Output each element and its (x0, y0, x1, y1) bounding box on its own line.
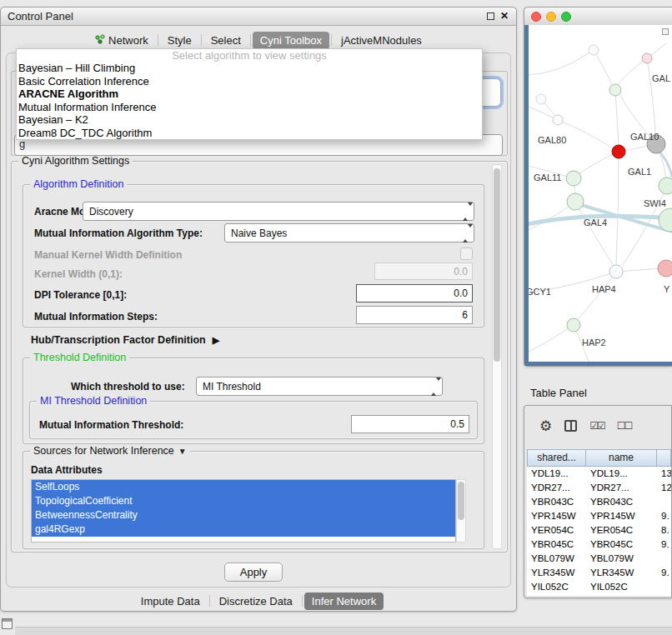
table-row[interactable]: YER054CYER054C8. (527, 523, 671, 538)
tab-select[interactable]: Select (203, 32, 248, 49)
network-node[interactable] (536, 94, 546, 104)
tab-separator (158, 34, 158, 46)
collapsed-panel-icon[interactable] (2, 618, 13, 629)
aracne-mode-value: Discovery (89, 206, 133, 218)
close-traffic-light-icon[interactable] (531, 12, 541, 22)
table-cell: 9. (657, 538, 671, 552)
network-node[interactable] (612, 145, 625, 158)
menu-item-aracne-algorithm[interactable]: ARACNE Algorithm (17, 88, 482, 101)
network-node[interactable] (567, 318, 580, 332)
table-row[interactable]: YIL052CYIL052C (527, 580, 671, 594)
network-node[interactable] (609, 84, 621, 96)
attribute-item-gal4rgexp[interactable]: gal4RGexp (32, 522, 455, 537)
tab-cyni-toolbox[interactable]: Cyni Toolbox (253, 32, 329, 49)
zoom-traffic-light-icon[interactable] (561, 12, 571, 22)
network-node[interactable] (642, 53, 652, 63)
tab-impute-data[interactable]: Impute Data (133, 592, 208, 610)
collapse-down-icon[interactable]: ▼ (178, 447, 187, 456)
network-node[interactable] (658, 260, 672, 277)
tab-infer-network[interactable]: Infer Network (304, 592, 384, 610)
which-threshold-value: MI Threshold (203, 381, 261, 392)
table-cell: YLR345W (586, 566, 657, 580)
network-node[interactable] (589, 45, 599, 55)
table-cell: YBR043C (586, 495, 657, 509)
mi-type-select[interactable]: Naive Bayes (224, 223, 474, 242)
table-cell: 8. (657, 523, 671, 538)
table-cell: YPR145W (586, 509, 657, 523)
control-panel-titlebar[interactable]: Control Panel ✕ (1, 8, 516, 26)
table-cell: YBL079W (586, 552, 657, 566)
network-node[interactable] (659, 178, 672, 194)
table-row[interactable]: YBR043CYBR043C (527, 495, 671, 509)
table-panel-window: ⚙ ☑☑ ☐☐ shared...name YDL19...YDL19...13… (524, 405, 672, 598)
menu-item-bayesian-hill-climbing[interactable]: Bayesian – Hill Climbing (17, 62, 482, 75)
network-node-label: HAP4 (592, 284, 616, 294)
table-row[interactable]: YBL079WYBL079W (527, 552, 671, 566)
network-view-titlebar[interactable] (524, 8, 672, 26)
column-header-name[interactable]: name (586, 449, 657, 467)
deselect-all-checkboxes-icon[interactable]: ☐☐ (617, 420, 632, 432)
column-header-extra[interactable] (657, 449, 671, 467)
tab-separator (209, 595, 210, 607)
table-row[interactable]: YBR045CYBR045C9. (527, 538, 671, 552)
attribute-item-selfloops[interactable]: SelfLoops (32, 480, 455, 494)
menu-item-dream8-dc-tdc-algorithm[interactable]: Dream8 DC_TDC Algorithm (17, 127, 482, 140)
table-row[interactable]: YDL19...YDL19...13 (527, 467, 671, 481)
menu-item-bayesian-k2[interactable]: Bayesian – K2 (17, 113, 482, 127)
tab-discretize-data[interactable]: Discretize Data (212, 592, 300, 610)
attribute-item-topologicalcoefficient[interactable]: TopologicalCoefficient (32, 494, 455, 508)
expand-right-icon[interactable]: ▶ (213, 335, 219, 345)
table-cell: YLR345W (527, 566, 586, 580)
apply-button[interactable]: Apply (224, 562, 283, 582)
tab-style[interactable]: Style (160, 32, 199, 49)
manual-kernel-checkbox[interactable] (460, 248, 473, 260)
table-cell: YDR27... (586, 481, 657, 495)
tab-jactivemnodules[interactable]: jActiveMNodules (333, 32, 429, 49)
dpi-tolerance-input[interactable]: 0.0 (356, 284, 473, 302)
columns-icon[interactable] (564, 420, 577, 432)
network-edge (529, 325, 574, 354)
table-header: shared...name (527, 449, 671, 467)
mi-steps-input[interactable]: 6 (356, 306, 473, 324)
attribute-item-betweennesscentrality[interactable]: BetweennessCentrality (32, 508, 455, 522)
scrollbar-thumb[interactable] (458, 482, 464, 520)
menu-item-basic-correlation-inference[interactable]: Basic Correlation Inference (17, 75, 482, 88)
close-window-icon[interactable]: ✕ (500, 10, 509, 22)
float-window-icon[interactable] (487, 12, 494, 20)
control-panel-window: Control Panel ✕ NetworkStyleSelectCyni T… (0, 7, 517, 612)
kernel-width-input[interactable]: 0.0 (374, 262, 473, 280)
table-row[interactable]: YDR27...YDR27...12 (527, 481, 671, 495)
network-node-label: GAL11 (534, 172, 561, 182)
attributes-list-scrollbar[interactable] (456, 479, 466, 542)
network-node[interactable] (566, 171, 581, 186)
which-threshold-select[interactable]: MI Threshold (196, 377, 443, 396)
tab-label: Network (108, 34, 148, 47)
settings-group-title: Cyni Algorithm Settings (18, 155, 133, 167)
column-header-shared[interactable]: shared... (527, 449, 586, 467)
tab-network[interactable]: Network (88, 32, 156, 49)
menu-item-mutual-information-inference[interactable]: Mutual Information Inference (17, 101, 482, 114)
network-edge (615, 90, 619, 145)
network-node-label: GAL4 (584, 218, 607, 228)
table-row[interactable]: YPR145WYPR145W9. (527, 509, 671, 523)
network-node-label: GAL10 (630, 132, 659, 142)
scrollbar-thumb[interactable] (494, 168, 500, 362)
mi-threshold-input[interactable]: 0.5 (351, 415, 469, 433)
settings-vertical-scrollbar[interactable] (492, 164, 502, 549)
network-canvas[interactable]: GAL80GAL10GAL11GAL1SWI4GAL4GCY1HAP4HAP2G… (529, 25, 672, 363)
table-body: YDL19...YDL19...13YDR27...YDR27...12YBR0… (527, 467, 671, 596)
network-node[interactable] (609, 265, 623, 278)
network-node[interactable] (553, 115, 563, 125)
hub-definition-toggle[interactable]: Hub/Transcription Factor Definition▶ (31, 334, 219, 346)
minimize-traffic-light-icon[interactable] (546, 12, 556, 22)
table-panel-title: Table Panel (530, 387, 587, 399)
aracne-mode-select[interactable]: Discovery (83, 202, 474, 221)
tab-label: Infer Network (312, 595, 376, 608)
data-attributes-list[interactable]: SelfLoopsTopologicalCoefficientBetweenne… (31, 479, 456, 542)
select-all-checkboxes-icon[interactable]: ☑☑ (589, 420, 604, 432)
network-node[interactable] (567, 193, 584, 210)
gear-icon[interactable]: ⚙ (539, 418, 552, 435)
table-row[interactable]: YLR345WYLR345W9. (527, 566, 671, 580)
network-node-label: HAP2 (582, 338, 606, 348)
network-node-label: GAL80 (538, 135, 566, 145)
